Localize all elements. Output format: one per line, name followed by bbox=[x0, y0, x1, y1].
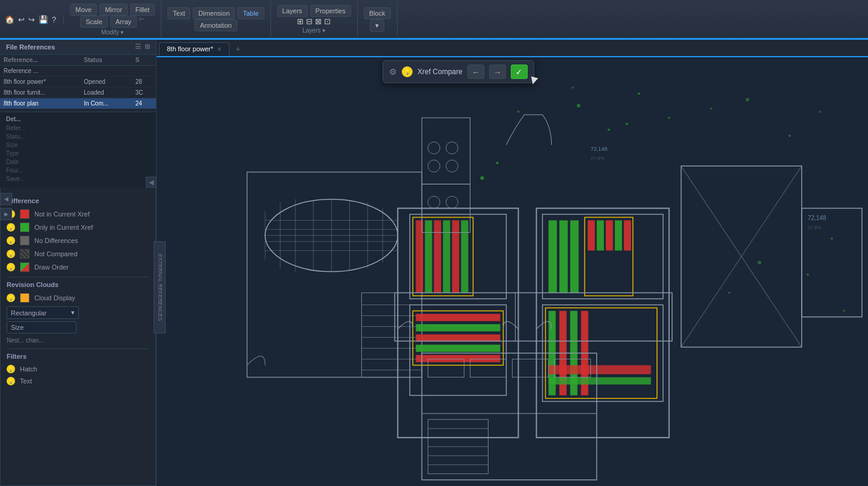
xref-panel: Difference 💡 Not in Current Xref 💡 Only … bbox=[0, 188, 156, 486]
collapse-button[interactable]: ◀ bbox=[146, 177, 157, 188]
ref-name: Reference ... bbox=[0, 66, 80, 77]
layers-button[interactable]: Layers bbox=[277, 5, 308, 17]
size-input[interactable] bbox=[7, 321, 76, 333]
filter-text: 💡 Text bbox=[7, 377, 149, 385]
left-panel: File References ☰ ⊞ Reference... Status … bbox=[0, 39, 157, 486]
svg-rect-60 bbox=[560, 220, 568, 292]
panel-header-icons: ☰ ⊞ bbox=[135, 43, 150, 51]
svg-rect-61 bbox=[570, 220, 579, 292]
legend-draw-order: 💡 Draw Order bbox=[7, 262, 149, 272]
legend-color-green bbox=[20, 222, 30, 232]
legend-color-red bbox=[20, 209, 30, 219]
legend-color-hatched bbox=[20, 249, 30, 259]
layer-icon-2[interactable]: ⊟ bbox=[306, 17, 313, 26]
accept-button[interactable]: ✓ bbox=[511, 65, 528, 79]
layer-icon-4[interactable]: ⊡ bbox=[324, 17, 331, 26]
legend-label-only-in-current: Only in Current Xref bbox=[34, 224, 93, 231]
svg-rect-64 bbox=[597, 220, 604, 250]
external-references-tab[interactable]: EXTERNAL REFERENCES bbox=[154, 241, 166, 333]
gear-icon[interactable]: ⚙ bbox=[389, 67, 397, 77]
add-tab-button[interactable]: + bbox=[231, 42, 245, 56]
detail-row-type: Type bbox=[6, 150, 150, 157]
col-s: S bbox=[132, 55, 156, 66]
table-row-selected[interactable]: 8th floor plan In Com... 24 bbox=[0, 98, 156, 109]
svg-point-107 bbox=[496, 162, 498, 164]
legend-bulb-4[interactable]: 💡 bbox=[7, 250, 15, 258]
table-row[interactable]: 8th floor power* Opened 28 bbox=[0, 77, 156, 87]
table-button[interactable]: Table bbox=[237, 7, 264, 19]
svg-point-8 bbox=[788, 134, 791, 137]
home-icon[interactable]: 🏠 bbox=[5, 15, 14, 24]
next-button[interactable]: → bbox=[489, 65, 506, 79]
redo-icon[interactable]: ↪ bbox=[28, 15, 35, 24]
toolbar-section-block: Block ▾ bbox=[358, 1, 398, 37]
text-button[interactable]: Text bbox=[167, 7, 190, 19]
layers-icons: ⊞ ⊟ ⊠ ⊡ bbox=[297, 17, 331, 26]
svg-text:27.8%: 27.8% bbox=[591, 156, 605, 161]
legend-bulb-5[interactable]: 💡 bbox=[7, 263, 15, 271]
tab-label: 8th floor power* bbox=[167, 45, 213, 52]
side-collapse-btn[interactable]: ◀ bbox=[0, 193, 12, 205]
side-expand-btn[interactable]: ▶ bbox=[0, 208, 12, 220]
svg-rect-48 bbox=[461, 220, 468, 292]
active-tab[interactable]: 8th floor power* ✕ bbox=[159, 42, 229, 56]
filter-hatch-label: Hatch bbox=[20, 365, 37, 373]
cloud-display-label: Cloud Display bbox=[34, 294, 75, 301]
mirror-button[interactable]: Mirror bbox=[99, 4, 128, 16]
toolbar-section-layers: Layers Properties ⊞ ⊟ ⊠ ⊡ Layers ▾ bbox=[271, 1, 358, 37]
legend-not-compared: 💡 Not Compared bbox=[7, 249, 149, 259]
fillet-button[interactable]: Fillet bbox=[130, 4, 155, 16]
dimension-button[interactable]: Dimension bbox=[193, 7, 235, 19]
legend-color-gray bbox=[20, 236, 30, 245]
legend-bulb-2[interactable]: 💡 bbox=[7, 223, 15, 232]
layer-icon-1[interactable]: ⊞ bbox=[297, 17, 304, 26]
svg-point-15 bbox=[728, 292, 731, 294]
tab-close-button[interactable]: ✕ bbox=[217, 46, 222, 52]
cloud-display-item: 💡 Cloud Display bbox=[7, 293, 149, 303]
legend-bulb-hatch[interactable]: 💡 bbox=[7, 365, 15, 373]
file-references-title: File References bbox=[6, 43, 55, 51]
table-row[interactable]: Reference ... bbox=[0, 66, 156, 77]
svg-rect-53 bbox=[416, 335, 500, 342]
annotation-button[interactable]: Annotation bbox=[195, 19, 237, 31]
scale-button[interactable]: Scale bbox=[80, 16, 108, 28]
legend-bulb-3[interactable]: 💡 bbox=[7, 236, 15, 245]
undo-icon[interactable]: ↩ bbox=[18, 15, 25, 24]
legend-label-not-compared: Not Compared bbox=[34, 250, 78, 257]
legend-color-cloud bbox=[20, 293, 30, 303]
array-button[interactable]: Array bbox=[110, 16, 137, 28]
help-icon[interactable]: ? bbox=[52, 15, 56, 24]
move-button[interactable]: Move bbox=[70, 4, 97, 16]
section-divider-2 bbox=[7, 349, 149, 349]
legend-label-no-differences: No Differences bbox=[34, 237, 78, 244]
layer-icon-3[interactable]: ⊠ bbox=[315, 17, 322, 26]
layers-dropdown[interactable]: Layers ▾ bbox=[302, 27, 325, 34]
panel-icon-list[interactable]: ☰ bbox=[135, 43, 141, 51]
block-dropdown[interactable]: ▾ bbox=[370, 19, 384, 32]
svg-rect-47 bbox=[452, 220, 459, 292]
svg-rect-46 bbox=[443, 220, 450, 292]
table-row[interactable]: 8th floor furnit... Loaded 3C bbox=[0, 87, 156, 98]
svg-point-14 bbox=[831, 237, 833, 239]
legend-label-not-in-current: Not in Current Xref bbox=[34, 210, 90, 218]
bulb-icon[interactable]: 💡 bbox=[402, 66, 413, 77]
block-button[interactable]: Block bbox=[364, 7, 391, 19]
legend-not-in-current: 💡 Not in Current Xref bbox=[7, 209, 149, 219]
svg-rect-66 bbox=[615, 220, 622, 250]
save-icon[interactable]: 💾 bbox=[39, 15, 48, 24]
ext-ref-label: EXTERNAL REFERENCES bbox=[157, 254, 163, 321]
properties-button[interactable]: Properties bbox=[310, 5, 351, 17]
legend-label-draw-order: Draw Order bbox=[34, 264, 69, 271]
legend-bulb-cloud[interactable]: 💡 bbox=[7, 294, 15, 302]
filters-title: Filters bbox=[7, 353, 149, 360]
panel-icon-grid[interactable]: ⊞ bbox=[145, 43, 150, 51]
ref-s: 28 bbox=[132, 77, 156, 87]
modify-buttons: Move Mirror Fillet bbox=[70, 4, 155, 16]
svg-rect-55 bbox=[416, 355, 500, 362]
legend-bulb-text[interactable]: 💡 bbox=[7, 377, 15, 385]
svg-point-5 bbox=[517, 110, 520, 113]
legend-no-differences: 💡 No Differences bbox=[7, 236, 149, 245]
rectangular-dropdown[interactable]: Rectangular ▾ bbox=[7, 306, 79, 319]
svg-point-6 bbox=[668, 116, 670, 119]
prev-button[interactable]: ← bbox=[467, 65, 484, 79]
